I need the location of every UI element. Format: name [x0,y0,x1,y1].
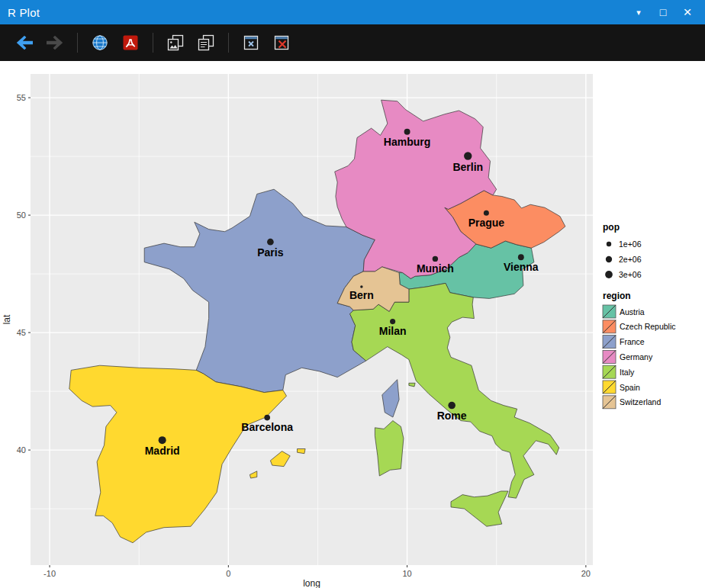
chevron-down-icon: ▾ [636,8,641,18]
city-label-paris: Paris [257,246,283,259]
city-point-milan [390,319,395,324]
city-point-vienna [518,254,524,260]
legend-region-label-italy: Italy [620,368,635,377]
forward-button[interactable] [40,28,69,57]
city-point-munich [433,256,438,262]
city-point-paris [267,239,274,246]
window-controls: ▾ □ × [629,2,697,22]
close-icon: × [683,4,691,21]
legend-pop-label: 3e+06 [619,270,642,279]
city-label-barcelona: Barcelona [241,421,293,433]
copy-as-bitmap-button[interactable] [161,28,190,57]
city-label-hamburg: Hamburg [384,136,430,148]
clear-plots-icon [272,34,291,52]
y-axis-tick-label: 45 [17,328,26,337]
remove-plot-icon [242,34,260,52]
city-label-prague: Prague [468,217,505,229]
toolbar-separator [77,33,78,53]
city-point-berlin [464,152,472,159]
legend-pop-key [607,242,611,246]
x-axis-tick-label: -10 [43,569,56,578]
maximize-icon: □ [660,6,666,18]
remove-plot-button[interactable] [237,28,266,57]
x-axis-tick-label: 0 [226,569,230,578]
close-button[interactable]: × [678,2,697,22]
city-label-bern: Bern [349,289,374,301]
pdf-icon [121,34,140,52]
legend-pop-key [605,271,613,278]
maximize-button[interactable]: □ [653,2,673,22]
r-plot-window: R Plot ▾ □ × HamburgBerlinPragueViennaMu… [0,0,705,588]
legend-pop-label: 2e+06 [619,255,642,264]
city-label-berlin: Berlin [452,161,483,173]
legend-region-title: region [603,291,631,301]
save-as-image-button[interactable] [85,28,114,57]
r-plot-figure: HamburgBerlinPragueViennaMunichParisBern… [0,61,705,588]
copy-as-metafile-button[interactable] [192,28,221,57]
legend-pop-title: pop [603,222,620,233]
x-axis-tick-label: 10 [402,569,411,578]
city-point-barcelona [264,415,270,421]
toolbar-separator [228,33,229,53]
city-label-vienna: Vienna [504,261,539,273]
legend-region-label-france: France [620,337,645,346]
toolbar-separator [153,33,153,53]
y-axis-tick-label: 55 [17,93,26,102]
copy-bitmap-icon [166,34,185,52]
x-axis-tick-label: 20 [581,569,591,578]
legend-region-label-spain: Spain [620,383,640,392]
city-point-bern [360,285,362,288]
titlebar[interactable]: R Plot ▾ □ × [0,0,705,24]
save-as-pdf-button[interactable] [116,28,145,57]
legend-region-label-germany: Germany [620,352,653,361]
city-label-milan: Milan [379,325,407,337]
x-axis-title: long [303,578,320,588]
legend-region-label-czech-republic: Czech Republic [620,322,676,331]
legend-pop-key [606,256,612,262]
plot-toolbar [0,24,705,61]
legend-region-label-switzerland: Switzerland [620,397,661,406]
window-title: R Plot [8,6,40,19]
back-button[interactable] [10,28,39,57]
city-label-madrid: Madrid [145,445,180,457]
legend-region-label-austria: Austria [620,307,645,316]
y-axis-tick-label: 50 [17,210,26,220]
city-point-hamburg [404,129,410,135]
city-label-rome: Rome [437,410,467,422]
legend-pop-label: 1e+06 [619,239,642,249]
plot-content: HamburgBerlinPragueViennaMunichParisBern… [0,61,705,588]
arrow-right-icon [45,34,65,52]
copy-metafile-icon [196,34,216,52]
map-region-spain [298,449,306,454]
city-point-prague [484,210,489,216]
titlebar-menu-button[interactable]: ▾ [629,2,649,22]
city-point-madrid [159,436,166,444]
clear-all-plots-button[interactable] [267,28,296,57]
y-axis-tick-label: 40 [17,445,26,455]
city-point-rome [448,402,456,410]
map-region-italy [375,421,404,476]
y-axis-title: lat [2,314,12,324]
globe-icon [91,34,109,52]
arrow-left-icon [14,34,34,52]
city-label-munich: Munich [417,262,454,275]
